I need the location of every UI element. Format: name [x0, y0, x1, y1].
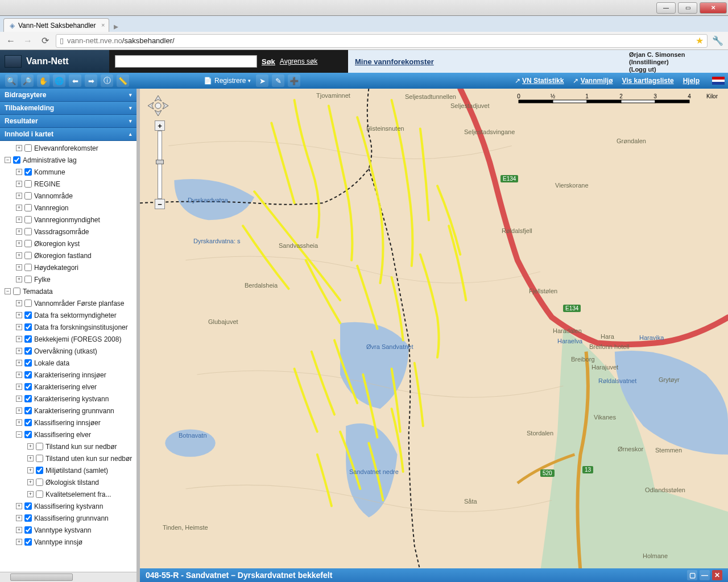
tree-klasselver-0[interactable]: +Tilstand kun sur nedbør — [0, 440, 136, 452]
tree-expand-icon[interactable]: + — [27, 491, 34, 497]
tree-checkbox[interactable] — [24, 311, 32, 319]
tree-expand-icon[interactable]: + — [16, 348, 22, 354]
tree-expand-icon[interactable]: + — [16, 527, 22, 533]
horizontal-scrollbar[interactable] — [0, 572, 136, 582]
tree-checkbox[interactable] — [24, 502, 32, 510]
tree-checkbox[interactable] — [24, 168, 32, 176]
zoom-out-icon[interactable]: 🔎 — [21, 74, 34, 87]
search-input[interactable] — [115, 55, 257, 68]
tree-admin-5[interactable]: +Vassdragsområde — [0, 226, 136, 238]
tree-admin-3[interactable]: +Vannregion — [0, 202, 136, 214]
tree-expand-icon[interactable]: + — [16, 360, 22, 366]
tree-checkbox[interactable] — [24, 335, 32, 343]
tree-checkbox[interactable] — [36, 455, 43, 462]
tree-expand-icon[interactable]: + — [16, 408, 22, 414]
tree-checkbox[interactable] — [24, 180, 32, 188]
map-canvas[interactable]: + − 0½1234Kilometers TjovaminnetSeljesta… — [140, 89, 728, 582]
tree-admin-2[interactable]: +Vannområde — [0, 190, 136, 202]
browser-tab[interactable]: ◈ Vann-Nett Saksbehandler × — [3, 18, 109, 32]
tree-checkbox[interactable] — [24, 514, 32, 522]
tree-klasselver-3[interactable]: +Økologisk tilstand — [0, 476, 136, 488]
browser-menu-icon[interactable]: 🔧 — [712, 35, 723, 46]
tree-tema-4[interactable]: +Overvåkning (utkast) — [0, 345, 136, 357]
tree-tema-10[interactable]: +Klassifisering innsjøer — [0, 417, 136, 429]
url-input[interactable]: ▯ vann-nett.nve.no/saksbehandler/ ★ — [56, 34, 708, 48]
tree-expand-icon[interactable]: + — [16, 264, 22, 271]
new-tab-button[interactable]: ▸ — [109, 20, 123, 32]
tree-admin-9[interactable]: +Fylke — [0, 273, 136, 285]
tree-tema-3[interactable]: +Bekkekjemi (FOREGS 2008) — [0, 333, 136, 345]
tree-tema-0[interactable]: +Vannområder Første planfase — [0, 297, 136, 309]
tree-expand-icon[interactable]: + — [27, 455, 34, 462]
info-icon[interactable]: ⓘ — [101, 74, 113, 87]
tree-tema-1[interactable]: +Data fra sektormyndigheter — [0, 309, 136, 321]
tree-expand-icon[interactable]: + — [16, 372, 22, 378]
help-link[interactable]: Hjelp — [683, 77, 700, 85]
footer-restore-icon[interactable]: — — [700, 570, 710, 580]
tree-expand-icon[interactable]: + — [16, 515, 22, 521]
tree-expand-icon[interactable]: + — [27, 479, 34, 485]
window-close-button[interactable]: ✕ — [700, 2, 727, 14]
tree-expand-icon[interactable]: + — [16, 169, 22, 175]
zoom-in-icon[interactable]: 🔍 — [5, 74, 18, 87]
accordion-feedback[interactable]: Tilbakemelding▾ — [0, 102, 136, 115]
tree-checkbox[interactable] — [24, 347, 32, 355]
tree-tema-7[interactable]: +Karakterisering elver — [0, 381, 136, 393]
tree-klasselver-1[interactable]: +Tilstand uten kun sur nedbør — [0, 452, 136, 464]
zoom-slider[interactable]: + − — [155, 120, 165, 209]
search-button[interactable]: Søk — [262, 57, 275, 66]
tree-expand-icon[interactable]: + — [27, 467, 34, 473]
tree-tail-0[interactable]: +Klassifisering kystvann — [0, 500, 136, 512]
tree-admin-6[interactable]: +Økoregion kyst — [0, 238, 136, 250]
tree-expand-icon[interactable]: + — [16, 228, 22, 235]
tree-admin-0[interactable]: +Kommune — [0, 166, 136, 178]
tree-expand-icon[interactable]: + — [16, 396, 22, 402]
bookmark-star-icon[interactable]: ★ — [696, 35, 704, 46]
tree-tail-1[interactable]: +Klassifisering grunnvann — [0, 512, 136, 524]
pan-icon[interactable]: ✋ — [37, 74, 49, 87]
tree-expand-icon[interactable]: + — [16, 419, 22, 426]
tree-admin-4[interactable]: +Vannregionmyndighet — [0, 214, 136, 226]
tree-checkbox[interactable] — [24, 359, 32, 367]
tree-checkbox[interactable] — [24, 300, 32, 307]
footer-close-icon[interactable]: ✕ — [712, 570, 722, 580]
add-tool-icon[interactable]: ➕ — [288, 74, 300, 87]
tree-tail-2[interactable]: +Vanntype kystvann — [0, 524, 136, 536]
compass-control[interactable] — [148, 95, 168, 116]
tree-klasselver-4[interactable]: +Kvalitetselement fra... — [0, 488, 136, 500]
tree-checkbox[interactable] — [36, 467, 43, 474]
edit-tool-icon[interactable]: ✎ — [272, 74, 284, 87]
tree-checkbox[interactable] — [36, 490, 43, 498]
zoom-track[interactable] — [158, 131, 162, 199]
footer-minimize-icon[interactable]: ▢ — [687, 570, 697, 580]
tree-elvevann[interactable]: +Elvevannforekomster — [0, 142, 136, 154]
tree-expand-icon[interactable]: + — [16, 181, 22, 187]
zoom-minus-button[interactable]: − — [155, 199, 165, 209]
tree-admin-8[interactable]: +Høydekategori — [0, 261, 136, 273]
tree-checkbox[interactable] — [24, 240, 32, 247]
tree-expand-icon[interactable]: − — [5, 157, 11, 163]
tree-checkbox[interactable] — [13, 288, 20, 295]
tree-expand-icon[interactable]: + — [16, 300, 22, 306]
tree-checkbox[interactable] — [24, 323, 32, 331]
back-button[interactable]: ← — [5, 35, 17, 47]
tree-checkbox[interactable] — [24, 204, 32, 211]
tree-checkbox[interactable] — [24, 395, 32, 402]
pointer-tool-icon[interactable]: ➤ — [256, 74, 268, 87]
tree-expand-icon[interactable]: + — [16, 503, 22, 509]
tree-expand-icon[interactable]: + — [16, 539, 22, 545]
tree-expand-icon[interactable]: + — [16, 324, 22, 330]
tree-checkbox[interactable] — [24, 144, 32, 152]
register-dropdown[interactable]: 📄 Registrere ▾ — [200, 77, 254, 85]
tree-admin-1[interactable]: +REGINE — [0, 178, 136, 190]
forward-button[interactable]: → — [22, 35, 34, 47]
next-extent-icon[interactable]: ➡ — [85, 74, 97, 87]
tree-expand-icon[interactable]: + — [16, 217, 22, 223]
tree-expand-icon[interactable]: + — [16, 145, 22, 151]
settings-link[interactable]: (Innstillinger) — [629, 59, 725, 66]
tree-checkbox[interactable] — [24, 526, 32, 534]
tree-admin[interactable]: −Administrative lag — [0, 154, 136, 166]
tree-checkbox[interactable] — [24, 538, 32, 546]
tree-checkbox[interactable] — [24, 419, 32, 426]
tree-expand-icon[interactable]: + — [16, 312, 22, 318]
